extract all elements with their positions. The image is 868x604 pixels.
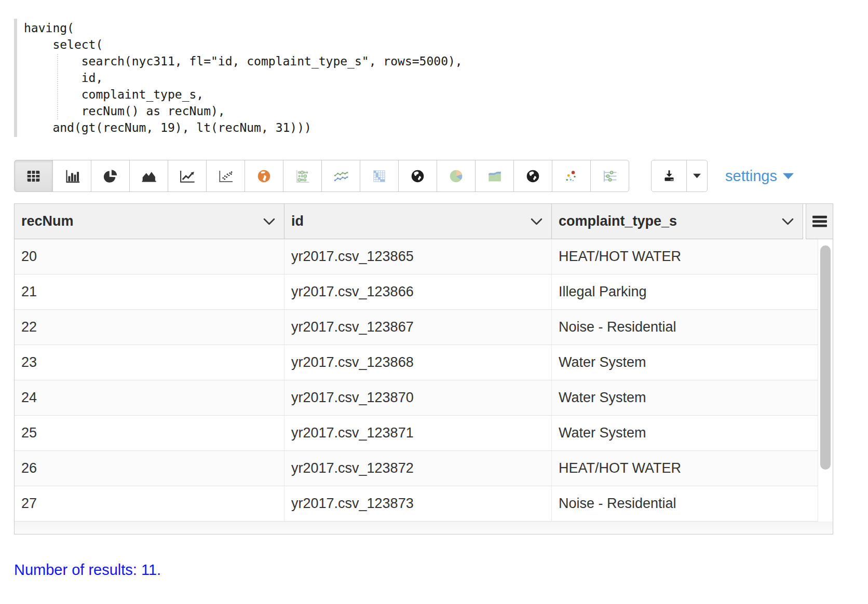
pie-chart-color-button[interactable]: [437, 160, 476, 192]
cell-complaint-type: Illegal Parking: [552, 274, 818, 309]
code-block: having( select( search(nyc311, fl="id, c…: [14, 19, 868, 137]
chart-type-toolbar: settings: [14, 160, 868, 192]
map-orange-globe-icon: [255, 168, 273, 185]
cell-id: yr2017.csv_123872: [284, 451, 552, 486]
sort-chevron-icon[interactable]: [263, 218, 275, 225]
download-button[interactable]: [651, 160, 687, 192]
cell-recnum: 26: [15, 451, 284, 486]
sort-chevron-icon[interactable]: [531, 218, 542, 225]
column-header-complaint-type[interactable]: complaint_type_s: [552, 204, 803, 239]
table-bottom-strip: [15, 521, 833, 534]
table-row: 22 yr2017.csv_123867 Noise - Residential: [15, 310, 818, 345]
globe-chart-button[interactable]: [398, 160, 437, 192]
cell-recnum: 24: [15, 380, 284, 415]
download-button-group: [651, 160, 708, 192]
table-row: 20 yr2017.csv_123865 HEAT/HOT WATER: [15, 239, 818, 274]
heatmap-button[interactable]: [360, 160, 399, 192]
column-header-recnum[interactable]: recNum: [15, 204, 284, 239]
cell-complaint-type: Water System: [552, 345, 818, 380]
settings-caret-icon: [783, 173, 794, 180]
cell-id: yr2017.csv_123868: [284, 345, 552, 380]
table-row: 23 yr2017.csv_123868 Water System: [15, 345, 818, 380]
area-chart-color-button[interactable]: [475, 160, 514, 192]
cell-complaint-type: Noise - Residential: [552, 310, 818, 345]
heatmap-icon: [371, 168, 388, 185]
cell-id: yr2017.csv_123873: [284, 486, 552, 521]
cell-id: yr2017.csv_123871: [284, 416, 552, 450]
cell-recnum: 23: [15, 345, 284, 380]
hamburger-icon: [812, 215, 828, 228]
globe-chart-2-button[interactable]: [513, 160, 552, 192]
pie-chart-button[interactable]: [91, 160, 130, 192]
cell-recnum: 27: [15, 486, 284, 521]
settings-link[interactable]: settings: [725, 160, 794, 192]
bar-chart-icon: [63, 168, 80, 185]
line-chart-icon: [179, 168, 196, 185]
column-label: recNum: [21, 213, 74, 229]
scatter-plot-icon: [217, 168, 234, 185]
line-chart-button[interactable]: [168, 160, 207, 192]
caret-down-icon: [693, 173, 701, 179]
chart-type-button-group: [14, 160, 629, 192]
column-label: complaint_type_s: [559, 213, 677, 229]
table-menu-button[interactable]: [806, 204, 833, 239]
table-body: 20 yr2017.csv_123865 HEAT/HOT WATER 21 y…: [15, 239, 833, 521]
bubble-matrix-icon: [294, 168, 311, 185]
cell-complaint-type: HEAT/HOT WATER: [552, 239, 818, 274]
cell-id: yr2017.csv_123865: [284, 239, 552, 274]
globe-2-icon: [524, 168, 541, 185]
cell-complaint-type: HEAT/HOT WATER: [552, 451, 818, 486]
download-icon: [661, 168, 677, 184]
table-scrollbar[interactable]: [818, 239, 833, 521]
area-chart-color-icon: [486, 168, 503, 185]
scatter-color-icon: [563, 168, 580, 185]
download-dropdown-button[interactable]: [686, 160, 708, 192]
settings-label: settings: [725, 168, 777, 185]
cell-id: yr2017.csv_123870: [284, 380, 552, 415]
cell-complaint-type: Water System: [552, 416, 818, 450]
table-header: recNum id complaint_type_s: [15, 204, 833, 239]
area-chart-icon: [140, 168, 157, 185]
cell-recnum: 22: [15, 310, 284, 345]
table-row: 25 yr2017.csv_123871 Water System: [15, 416, 818, 451]
query-code: having( select( search(nyc311, fl="id, c…: [24, 20, 463, 136]
scatter-plot-button[interactable]: [206, 160, 245, 192]
cell-recnum: 20: [15, 239, 284, 274]
cell-id: yr2017.csv_123866: [284, 274, 552, 309]
table-row: 26 yr2017.csv_123872 HEAT/HOT WATER: [15, 451, 818, 486]
cell-complaint-type: Water System: [552, 380, 818, 415]
table-row: 21 yr2017.csv_123866 Illegal Parking: [15, 274, 818, 310]
column-label: id: [291, 213, 304, 229]
multi-line-chart-icon: [332, 168, 349, 185]
bar-chart-button[interactable]: [52, 160, 91, 192]
cell-complaint-type: Noise - Residential: [552, 486, 818, 521]
sort-chevron-icon[interactable]: [782, 218, 794, 225]
bubble-chart-button[interactable]: [283, 160, 322, 192]
table-row: 24 yr2017.csv_123870 Water System: [15, 380, 818, 416]
table-view-button[interactable]: [14, 160, 53, 192]
pie-chart-icon: [102, 168, 119, 185]
indent-guide: [57, 54, 58, 119]
table-row: 27 yr2017.csv_123873 Noise - Residential: [15, 486, 818, 521]
table-icon: [25, 168, 42, 185]
cell-recnum: 25: [15, 416, 284, 450]
multi-line-chart-button[interactable]: [321, 160, 360, 192]
globe-icon: [409, 168, 426, 185]
cell-id: yr2017.csv_123867: [284, 310, 552, 345]
cell-recnum: 21: [15, 274, 284, 309]
map-button[interactable]: [245, 160, 283, 192]
results-table: recNum id complaint_type_s: [14, 203, 833, 534]
column-header-id[interactable]: id: [284, 204, 552, 239]
scatter-color-button[interactable]: [552, 160, 591, 192]
scrollbar-thumb[interactable]: [820, 245, 831, 470]
pie-chart-color-icon: [447, 168, 465, 185]
area-chart-button[interactable]: [129, 160, 168, 192]
parallel-coordinates-button[interactable]: [590, 160, 629, 192]
table-body-wrap: 20 yr2017.csv_123865 HEAT/HOT WATER 21 y…: [15, 239, 833, 521]
results-count: Number of results: 11.: [14, 561, 868, 579]
parallel-coordinates-icon: [601, 168, 618, 185]
code-gutter: [14, 19, 17, 137]
